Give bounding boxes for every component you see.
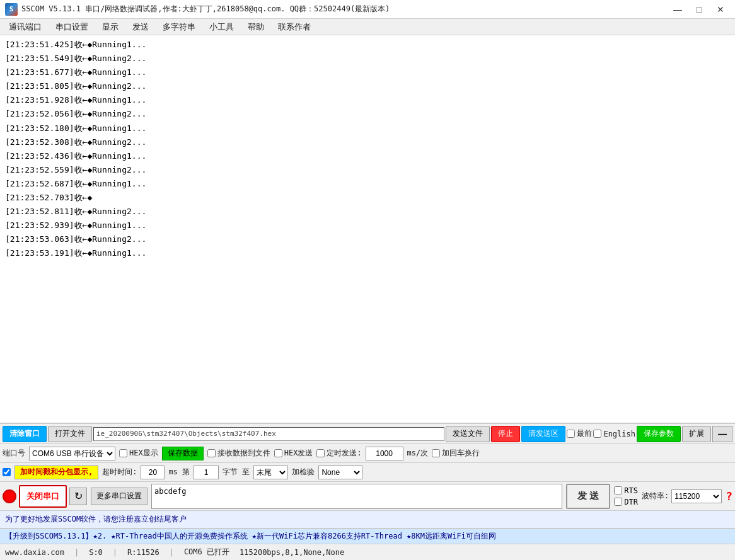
log-line: [21:23:52.056]收←◆Running2... — [5, 107, 730, 121]
log-line: [21:23:52.687]收←◆Running1... — [5, 177, 730, 191]
title-text: SSCOM V5.13.1 串口/网络数据调试器,作者:大虾丁丁,2618058… — [21, 4, 390, 14]
timeout-label: 超时时间: — [102, 467, 137, 477]
info-text: 为了更好地发展SSCOM软件，请您注册嘉立创结尾客户 — [5, 514, 187, 525]
ctrl-row3: 加时间戳和分包显示, 超时时间: ms 第 字节 至 末尾 加检验 None — [0, 463, 735, 482]
open-file-button[interactable]: 打开文件 — [48, 426, 92, 442]
log-line: [21:23:53.063]收←◆Running2... — [5, 232, 730, 246]
main-area: [21:23:51.425]收←◆Running1...[21:23:51.54… — [0, 35, 735, 544]
add-crlf-label[interactable]: 加回车换行 — [432, 448, 480, 459]
menu-item-多字符串[interactable]: 多字符串 — [156, 20, 202, 34]
stop-button[interactable]: 停止 — [491, 426, 520, 442]
timestamp-checkbox-label[interactable] — [3, 468, 11, 476]
status-bar: www.daxia.com | S:0 | R:11526 | COM6 已打开… — [0, 544, 735, 560]
title-left: S SSCOM V5.13.1 串口/网络数据调试器,作者:大虾丁丁,26180… — [5, 3, 390, 16]
rts-checkbox[interactable] — [614, 486, 622, 494]
log-line: [21:23:52.180]收←◆Running1... — [5, 122, 730, 135]
menu-item-显示[interactable]: 显示 — [96, 20, 125, 34]
resend-button[interactable]: 清发送区 — [521, 426, 565, 442]
log-line: [21:23:51.928]收←◆Running1... — [5, 93, 730, 107]
timed-value-input[interactable] — [366, 447, 403, 460]
menu-item-联系作者[interactable]: 联系作者 — [272, 20, 317, 34]
baud-select[interactable]: 115200 — [671, 489, 722, 503]
timestamp-checkbox[interactable] — [3, 468, 11, 476]
svg-point-0 — [6, 493, 13, 500]
log-line: [21:23:52.703]收←◆ — [5, 191, 730, 205]
log-line: [21:23:51.549]收←◆Running2... — [5, 52, 730, 66]
log-line: [21:23:51.677]收←◆Running1... — [5, 66, 730, 79]
checksum-select[interactable]: None — [318, 466, 362, 479]
record-svg — [6, 493, 13, 500]
hex-send-checkbox[interactable] — [274, 449, 282, 457]
log-line: [21:23:52.308]收←◆Running2... — [5, 135, 730, 149]
log-line: [21:23:52.939]收←◆Running1... — [5, 219, 730, 232]
collapse-button[interactable]: — — [712, 426, 732, 442]
add-crlf-checkbox[interactable] — [432, 449, 440, 457]
byte-label: 字节 至 — [223, 467, 250, 477]
send-file-button[interactable]: 发送文件 — [446, 426, 490, 442]
refresh-button[interactable]: ↻ — [69, 488, 87, 505]
record-icon — [3, 489, 16, 503]
checksum-label: 加检验 — [292, 467, 315, 477]
timed-send-label[interactable]: 定时发送: — [316, 448, 361, 459]
last-checkbox-label[interactable]: 最前 — [567, 428, 592, 439]
dtr-checkbox[interactable] — [614, 498, 622, 506]
hex-show-label[interactable]: HEX显示 — [119, 448, 158, 459]
log-line: [21:23:51.425]收←◆Running1... — [5, 38, 730, 52]
save-params-button[interactable]: 保存参数 — [637, 426, 681, 442]
ticker-text: 【升级到SSCOM5.13.1】★2. ★RT-Thread中国人的开源免费操作… — [5, 531, 496, 542]
hex-send-label[interactable]: HEX发送 — [274, 448, 313, 459]
dtr-checkbox-label[interactable]: DTR — [614, 498, 638, 506]
ctrl-row1: 清除窗口 打开文件 发送文件 停止 清发送区 最前 English 保存参数 扩… — [0, 424, 735, 444]
ms-label: ms 第 — [168, 467, 190, 477]
end-select[interactable]: 末尾 — [253, 466, 288, 479]
menu-item-通讯端口[interactable]: 通讯端口 — [3, 20, 48, 34]
ctrl-row2: 端口号 COM6 USB 串行设备 HEX显示 保存数据 接收数据到文件 HEX… — [0, 444, 735, 463]
log-line: [21:23:51.805]收←◆Running2... — [5, 79, 730, 93]
menu-item-发送[interactable]: 发送 — [126, 20, 155, 34]
file-path-input[interactable] — [93, 427, 444, 441]
english-checkbox-label[interactable]: English — [593, 430, 635, 438]
menu-item-帮助[interactable]: 帮助 — [241, 20, 270, 34]
timed-send-checkbox[interactable] — [316, 449, 325, 457]
expand-button[interactable]: 扩展 — [682, 426, 711, 442]
log-line: [21:23:53.191]收←◆Running1... — [5, 246, 730, 260]
title-controls: — □ ✕ — [668, 3, 730, 16]
app-icon: S — [5, 3, 18, 16]
maximize-button[interactable]: □ — [690, 3, 709, 16]
s-status: S:0 — [89, 548, 103, 557]
website-status: www.daxia.com — [5, 548, 64, 557]
bottom-controls: 清除窗口 打开文件 发送文件 停止 清发送区 最前 English 保存参数 扩… — [0, 423, 735, 544]
timestamp-label: 加时间戳和分包显示, — [14, 466, 98, 479]
menu-item-串口设置[interactable]: 串口设置 — [49, 20, 95, 34]
close-serial-button[interactable]: 关闭串口 — [19, 485, 67, 508]
help-icon[interactable]: ? — [726, 489, 732, 503]
more-settings-button[interactable]: 更多串口设置 — [91, 488, 148, 505]
send-text-input[interactable]: abcdefg — [151, 484, 562, 509]
recv-file-label[interactable]: 接收数据到文件 — [207, 448, 270, 459]
log-line: [21:23:52.811]收←◆Running2... — [5, 205, 730, 219]
close-button[interactable]: ✕ — [711, 3, 730, 16]
baud-label: 波特率: — [642, 491, 669, 501]
ticker-row: 【升级到SSCOM5.13.1】★2. ★RT-Thread中国人的开源免费操作… — [0, 529, 735, 544]
rts-checkbox-label[interactable]: RTS — [614, 486, 638, 495]
recv-file-checkbox[interactable] — [207, 449, 216, 457]
config-status: 115200bps,8,1,None,None — [240, 548, 344, 557]
byte-start-input[interactable] — [194, 466, 219, 479]
minimize-button[interactable]: — — [668, 3, 687, 16]
menu-item-小工具[interactable]: 小工具 — [203, 20, 240, 34]
log-line: [21:23:52.559]收←◆Running2... — [5, 163, 730, 177]
english-checkbox[interactable] — [593, 430, 601, 438]
save-data-button[interactable]: 保存数据 — [162, 447, 204, 460]
timeout-input[interactable] — [141, 466, 165, 479]
log-area[interactable]: [21:23:51.425]收←◆Running1...[21:23:51.54… — [0, 35, 735, 423]
log-line: [21:23:52.436]收←◆Running1... — [5, 149, 730, 163]
send-button[interactable]: 发 送 — [566, 484, 610, 509]
port-status: COM6 已打开 — [184, 547, 229, 557]
r-status: R:11526 — [127, 548, 159, 557]
last-checkbox[interactable] — [567, 430, 575, 438]
port-label: 端口号 — [3, 448, 25, 459]
port-select[interactable]: COM6 USB 串行设备 — [29, 447, 115, 460]
hex-show-checkbox[interactable] — [119, 449, 127, 457]
ms-unit-label: ms/次 — [407, 448, 429, 459]
clear-window-button[interactable]: 清除窗口 — [3, 426, 47, 442]
